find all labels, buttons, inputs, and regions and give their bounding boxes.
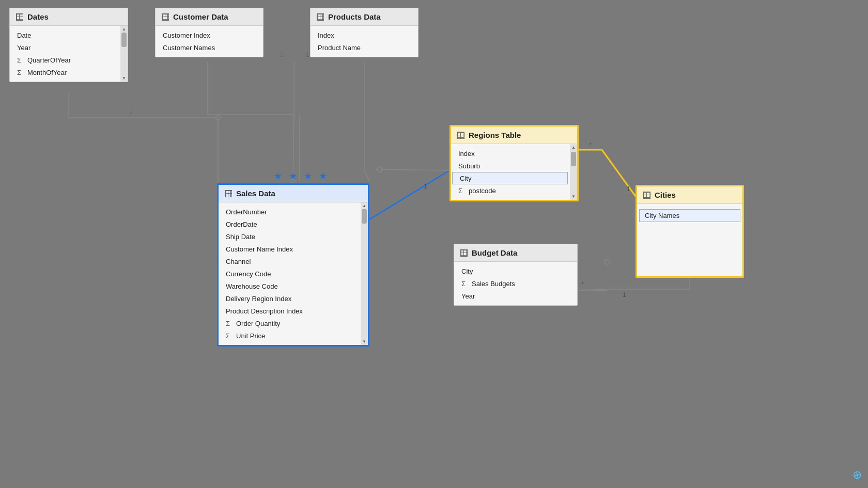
cities-table-header: Cities [637,186,742,204]
sales-field-ordernumber: OrderNumber [219,206,360,218]
sales-grid-icon [225,190,232,197]
svg-text:1: 1 [129,107,133,114]
regions-table-header: Regions Table [451,127,577,144]
sigma-icon: Σ [226,332,233,340]
budget-data-table-body: City Σ Sales Budgets Year [454,262,577,305]
products-data-table: Products Data Index Product Name [310,8,419,57]
svg-line-14 [369,170,450,219]
svg-marker-4 [215,115,221,121]
svg-line-17 [380,169,450,170]
svg-text:*: * [589,141,592,149]
sales-field-currencycode: Currency Code [219,267,360,280]
svg-text:1: 1 [623,291,626,298]
svg-point-26 [605,259,610,264]
svg-marker-16 [377,166,383,172]
dates-field-date: Date [10,29,119,41]
svg-line-24 [579,289,607,290]
budget-data-table-title: Budget Data [472,248,517,257]
customer-data-table-body: Customer Index Customer Names [156,26,263,57]
corner-decoration-icon: ⊕ [851,467,863,483]
sigma-icon: Σ [458,187,466,195]
sigma-icon: Σ [461,280,469,288]
products-field-productname: Product Name [311,41,418,54]
regions-table-body: Index Suburb City Σ postcode ▲ ▼ [451,144,577,200]
regions-field-city: City [452,172,568,184]
products-field-index: Index [311,29,418,41]
dates-grid-icon [16,13,23,21]
sigma-icon: Σ [17,56,24,64]
budget-data-table: Budget Data City Σ Sales Budgets Year [454,244,578,306]
dates-table-title: Dates [27,12,49,21]
dates-table-body: Date Year Σ QuarterOfYear Σ MonthOfYear … [10,26,128,82]
cities-field-citynames: City Names [639,209,740,222]
sales-field-productdescriptionindex: Product Description Index [219,305,360,317]
regions-field-index: Index [451,147,569,160]
customer-grid-icon [162,13,169,21]
sales-data-table-title: Sales Data [236,189,275,198]
budget-grid-icon [460,249,468,257]
dates-field-quarterofyear: Σ QuarterOfYear [10,54,119,66]
sales-field-shipdate: Ship Date [219,230,360,243]
svg-line-19 [602,150,636,196]
dates-field-year: Year [10,41,119,54]
sales-field-deliveryregionindex: Delivery Region Index [219,292,360,305]
budget-field-year: Year [454,290,577,302]
regions-field-postcode: Σ postcode [451,184,569,197]
dates-table: Dates Date Year Σ QuarterOfYear Σ MonthO… [9,8,128,82]
customer-data-table-header: Customer Data [156,8,263,26]
dates-scrollbar[interactable]: ▲ ▼ [120,26,128,82]
budget-field-salesbudgets: Σ Sales Budgets [454,277,577,290]
regions-table: Regions Table Index Suburb City Σ postco… [450,125,579,201]
customer-data-table: Customer Data Customer Index Customer Na… [155,8,264,57]
budget-data-table-header: Budget Data [454,244,577,262]
svg-text:1: 1 [424,183,427,190]
dates-table-header: Dates [10,8,128,26]
svg-text:1: 1 [280,51,284,58]
products-data-table-title: Products Data [328,12,381,21]
sales-field-unitprice: Σ Unit Price [219,329,360,342]
sales-data-table-header: Sales Data [219,185,368,202]
sales-data-table-body: OrderNumber OrderDate Ship Date Customer… [219,202,368,345]
stars-decoration: ★ ★ ★ ★ [274,170,329,182]
sigma-icon: Σ [226,320,233,327]
products-data-table-header: Products Data [311,8,418,26]
sales-data-table: Sales Data OrderNumber OrderDate Ship Da… [217,183,369,347]
customer-field-index: Customer Index [156,29,263,41]
sigma-icon: Σ [17,69,24,76]
svg-text:*: * [581,281,584,288]
sales-field-channel: Channel [219,255,360,267]
products-data-table-body: Index Product Name [311,26,418,57]
cities-table-title: Cities [655,191,676,199]
sales-field-warehousecode: Warehouse Code [219,280,360,292]
customer-data-table-title: Customer Data [173,12,228,21]
cities-table: Cities City Names [636,185,744,278]
regions-scrollbar[interactable]: ▲ ▼ [570,144,577,200]
svg-text:1: 1 [627,185,630,193]
customer-field-names: Customer Names [156,41,263,54]
products-grid-icon [317,13,324,21]
cities-table-body: City Names [637,204,742,227]
cities-grid-icon [643,192,650,199]
regions-table-title: Regions Table [469,131,521,139]
sales-field-customernameindex: Customer Name Index [219,243,360,255]
sales-field-orderquantity: Σ Order Quantity [219,317,360,329]
dates-field-monthofyear: Σ MonthOfYear [10,66,119,78]
svg-line-13 [364,170,369,181]
sales-scrollbar[interactable]: ▲ ▼ [361,202,368,345]
regions-field-suburb: Suburb [451,160,569,172]
sales-field-orderdate: OrderDate [219,218,360,230]
regions-grid-icon [457,132,464,139]
svg-text:1: 1 [306,51,309,58]
budget-field-city: City [454,265,577,277]
